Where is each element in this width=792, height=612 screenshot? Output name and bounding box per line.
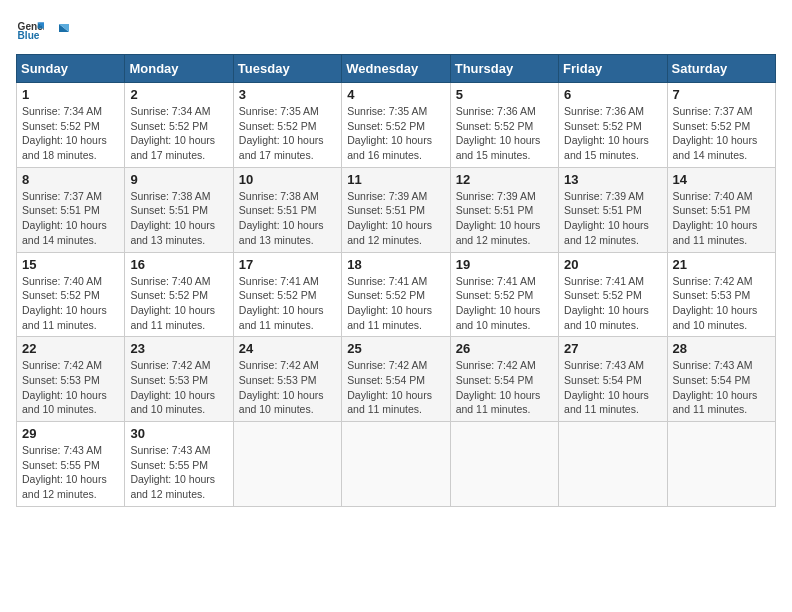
day-number: 28 xyxy=(673,341,770,356)
day-number: 30 xyxy=(130,426,227,441)
day-info: Sunrise: 7:41 AM Sunset: 5:52 PM Dayligh… xyxy=(456,274,553,333)
day-number: 11 xyxy=(347,172,444,187)
day-info: Sunrise: 7:42 AM Sunset: 5:53 PM Dayligh… xyxy=(22,358,119,417)
day-info: Sunrise: 7:40 AM Sunset: 5:52 PM Dayligh… xyxy=(22,274,119,333)
day-info: Sunrise: 7:35 AM Sunset: 5:52 PM Dayligh… xyxy=(239,104,336,163)
day-info: Sunrise: 7:34 AM Sunset: 5:52 PM Dayligh… xyxy=(22,104,119,163)
calendar-cell: 21 Sunrise: 7:42 AM Sunset: 5:53 PM Dayl… xyxy=(667,252,775,337)
day-number: 4 xyxy=(347,87,444,102)
calendar-cell: 10 Sunrise: 7:38 AM Sunset: 5:51 PM Dayl… xyxy=(233,167,341,252)
calendar-cell: 11 Sunrise: 7:39 AM Sunset: 5:51 PM Dayl… xyxy=(342,167,450,252)
calendar-cell: 4 Sunrise: 7:35 AM Sunset: 5:52 PM Dayli… xyxy=(342,83,450,168)
day-info: Sunrise: 7:36 AM Sunset: 5:52 PM Dayligh… xyxy=(564,104,661,163)
day-number: 2 xyxy=(130,87,227,102)
day-info: Sunrise: 7:39 AM Sunset: 5:51 PM Dayligh… xyxy=(347,189,444,248)
day-number: 8 xyxy=(22,172,119,187)
day-number: 10 xyxy=(239,172,336,187)
page-header: General Blue xyxy=(16,16,776,44)
day-number: 23 xyxy=(130,341,227,356)
calendar-week-row: 8 Sunrise: 7:37 AM Sunset: 5:51 PM Dayli… xyxy=(17,167,776,252)
calendar-cell: 2 Sunrise: 7:34 AM Sunset: 5:52 PM Dayli… xyxy=(125,83,233,168)
day-info: Sunrise: 7:43 AM Sunset: 5:55 PM Dayligh… xyxy=(22,443,119,502)
day-info: Sunrise: 7:36 AM Sunset: 5:52 PM Dayligh… xyxy=(456,104,553,163)
day-info: Sunrise: 7:38 AM Sunset: 5:51 PM Dayligh… xyxy=(239,189,336,248)
day-info: Sunrise: 7:42 AM Sunset: 5:53 PM Dayligh… xyxy=(673,274,770,333)
calendar-cell xyxy=(233,422,341,507)
calendar-cell: 3 Sunrise: 7:35 AM Sunset: 5:52 PM Dayli… xyxy=(233,83,341,168)
calendar-week-row: 15 Sunrise: 7:40 AM Sunset: 5:52 PM Dayl… xyxy=(17,252,776,337)
day-info: Sunrise: 7:42 AM Sunset: 5:53 PM Dayligh… xyxy=(130,358,227,417)
calendar-cell: 6 Sunrise: 7:36 AM Sunset: 5:52 PM Dayli… xyxy=(559,83,667,168)
day-number: 15 xyxy=(22,257,119,272)
calendar-cell: 20 Sunrise: 7:41 AM Sunset: 5:52 PM Dayl… xyxy=(559,252,667,337)
calendar-cell: 12 Sunrise: 7:39 AM Sunset: 5:51 PM Dayl… xyxy=(450,167,558,252)
day-info: Sunrise: 7:39 AM Sunset: 5:51 PM Dayligh… xyxy=(564,189,661,248)
calendar-cell xyxy=(559,422,667,507)
day-info: Sunrise: 7:37 AM Sunset: 5:51 PM Dayligh… xyxy=(22,189,119,248)
day-number: 12 xyxy=(456,172,553,187)
day-info: Sunrise: 7:40 AM Sunset: 5:51 PM Dayligh… xyxy=(673,189,770,248)
day-number: 18 xyxy=(347,257,444,272)
day-number: 25 xyxy=(347,341,444,356)
calendar-cell xyxy=(342,422,450,507)
day-info: Sunrise: 7:37 AM Sunset: 5:52 PM Dayligh… xyxy=(673,104,770,163)
svg-text:Blue: Blue xyxy=(18,30,40,41)
day-info: Sunrise: 7:41 AM Sunset: 5:52 PM Dayligh… xyxy=(564,274,661,333)
calendar-cell xyxy=(667,422,775,507)
day-info: Sunrise: 7:34 AM Sunset: 5:52 PM Dayligh… xyxy=(130,104,227,163)
calendar-cell: 28 Sunrise: 7:43 AM Sunset: 5:54 PM Dayl… xyxy=(667,337,775,422)
day-number: 20 xyxy=(564,257,661,272)
calendar-header-friday: Friday xyxy=(559,55,667,83)
calendar-cell: 29 Sunrise: 7:43 AM Sunset: 5:55 PM Dayl… xyxy=(17,422,125,507)
calendar-header-tuesday: Tuesday xyxy=(233,55,341,83)
day-number: 27 xyxy=(564,341,661,356)
calendar-week-row: 22 Sunrise: 7:42 AM Sunset: 5:53 PM Dayl… xyxy=(17,337,776,422)
day-number: 21 xyxy=(673,257,770,272)
calendar-cell: 26 Sunrise: 7:42 AM Sunset: 5:54 PM Dayl… xyxy=(450,337,558,422)
day-info: Sunrise: 7:42 AM Sunset: 5:53 PM Dayligh… xyxy=(239,358,336,417)
day-number: 6 xyxy=(564,87,661,102)
calendar-cell: 1 Sunrise: 7:34 AM Sunset: 5:52 PM Dayli… xyxy=(17,83,125,168)
calendar-cell xyxy=(450,422,558,507)
calendar-cell: 15 Sunrise: 7:40 AM Sunset: 5:52 PM Dayl… xyxy=(17,252,125,337)
calendar-cell: 24 Sunrise: 7:42 AM Sunset: 5:53 PM Dayl… xyxy=(233,337,341,422)
logo: General Blue xyxy=(16,16,70,44)
day-info: Sunrise: 7:41 AM Sunset: 5:52 PM Dayligh… xyxy=(347,274,444,333)
calendar-header-row: SundayMondayTuesdayWednesdayThursdayFrid… xyxy=(17,55,776,83)
calendar-cell: 18 Sunrise: 7:41 AM Sunset: 5:52 PM Dayl… xyxy=(342,252,450,337)
calendar-cell: 27 Sunrise: 7:43 AM Sunset: 5:54 PM Dayl… xyxy=(559,337,667,422)
calendar-header-saturday: Saturday xyxy=(667,55,775,83)
calendar-cell: 30 Sunrise: 7:43 AM Sunset: 5:55 PM Dayl… xyxy=(125,422,233,507)
logo-icon: General Blue xyxy=(16,16,44,44)
day-info: Sunrise: 7:43 AM Sunset: 5:54 PM Dayligh… xyxy=(564,358,661,417)
day-number: 7 xyxy=(673,87,770,102)
calendar-cell: 9 Sunrise: 7:38 AM Sunset: 5:51 PM Dayli… xyxy=(125,167,233,252)
calendar-cell: 5 Sunrise: 7:36 AM Sunset: 5:52 PM Dayli… xyxy=(450,83,558,168)
day-info: Sunrise: 7:42 AM Sunset: 5:54 PM Dayligh… xyxy=(456,358,553,417)
day-info: Sunrise: 7:41 AM Sunset: 5:52 PM Dayligh… xyxy=(239,274,336,333)
day-number: 26 xyxy=(456,341,553,356)
logo-wordmark xyxy=(48,22,70,38)
calendar-cell: 23 Sunrise: 7:42 AM Sunset: 5:53 PM Dayl… xyxy=(125,337,233,422)
day-number: 9 xyxy=(130,172,227,187)
calendar-header-monday: Monday xyxy=(125,55,233,83)
day-number: 13 xyxy=(564,172,661,187)
day-info: Sunrise: 7:43 AM Sunset: 5:55 PM Dayligh… xyxy=(130,443,227,502)
day-number: 14 xyxy=(673,172,770,187)
day-number: 24 xyxy=(239,341,336,356)
calendar-cell: 22 Sunrise: 7:42 AM Sunset: 5:53 PM Dayl… xyxy=(17,337,125,422)
calendar-cell: 16 Sunrise: 7:40 AM Sunset: 5:52 PM Dayl… xyxy=(125,252,233,337)
day-info: Sunrise: 7:40 AM Sunset: 5:52 PM Dayligh… xyxy=(130,274,227,333)
calendar-cell: 8 Sunrise: 7:37 AM Sunset: 5:51 PM Dayli… xyxy=(17,167,125,252)
calendar-cell: 14 Sunrise: 7:40 AM Sunset: 5:51 PM Dayl… xyxy=(667,167,775,252)
calendar-cell: 7 Sunrise: 7:37 AM Sunset: 5:52 PM Dayli… xyxy=(667,83,775,168)
day-number: 29 xyxy=(22,426,119,441)
calendar-cell: 17 Sunrise: 7:41 AM Sunset: 5:52 PM Dayl… xyxy=(233,252,341,337)
calendar-cell: 19 Sunrise: 7:41 AM Sunset: 5:52 PM Dayl… xyxy=(450,252,558,337)
calendar-cell: 13 Sunrise: 7:39 AM Sunset: 5:51 PM Dayl… xyxy=(559,167,667,252)
day-info: Sunrise: 7:39 AM Sunset: 5:51 PM Dayligh… xyxy=(456,189,553,248)
calendar-header-sunday: Sunday xyxy=(17,55,125,83)
day-number: 3 xyxy=(239,87,336,102)
day-info: Sunrise: 7:35 AM Sunset: 5:52 PM Dayligh… xyxy=(347,104,444,163)
calendar-table: SundayMondayTuesdayWednesdayThursdayFrid… xyxy=(16,54,776,507)
